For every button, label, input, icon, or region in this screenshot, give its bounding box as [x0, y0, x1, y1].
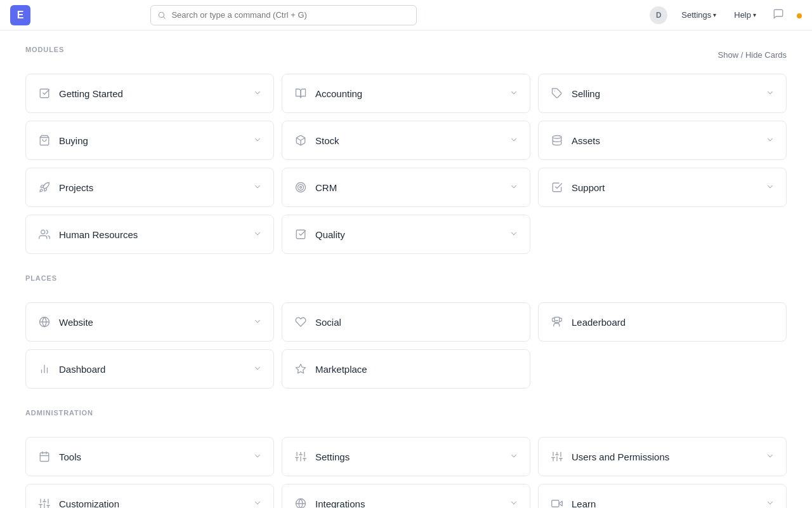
rocket-icon — [37, 182, 51, 193]
section-label-places: PLACES — [25, 274, 57, 282]
card-left-integrations: Integrations — [294, 498, 365, 508]
card-crm[interactable]: CRM — [282, 168, 530, 207]
book-icon — [294, 88, 308, 99]
card-left-assets: Assets — [550, 135, 600, 146]
card-label-human-resources: Human Resources — [59, 229, 138, 240]
card-left-dashboard: Dashboard — [37, 363, 105, 375]
svg-rect-11 — [296, 230, 305, 239]
globe-icon — [37, 316, 51, 328]
section-administration: ADMINISTRATIONToolsSettingsUsers and Per… — [25, 409, 787, 508]
svg-point-9 — [300, 187, 302, 189]
svg-rect-14 — [554, 318, 560, 323]
card-label-buying: Buying — [59, 135, 88, 146]
card-left-customization: Customization — [37, 498, 119, 508]
section-label-modules: MODULES — [25, 46, 64, 53]
card-tools[interactable]: Tools — [25, 437, 274, 476]
search-bar[interactable] — [150, 5, 417, 25]
chevron-down-icon-settings — [509, 451, 518, 462]
section-label-administration: ADMINISTRATION — [25, 409, 93, 417]
check-circle-icon — [550, 182, 564, 193]
section-modules: MODULESShow / Hide CardsGetting StartedA… — [25, 46, 787, 254]
check-square-icon — [37, 88, 51, 99]
chevron-down-icon-stock — [509, 135, 518, 146]
chevron-down-icon-website — [253, 317, 262, 328]
chevron-down-icon-tools — [253, 451, 262, 462]
card-integrations[interactable]: Integrations — [282, 484, 530, 508]
chevron-down-icon-integrations — [509, 498, 518, 509]
card-label-website: Website — [59, 317, 93, 328]
chevron-down-icon-accounting — [509, 88, 518, 99]
card-marketplace[interactable]: Marketplace — [282, 349, 530, 389]
card-label-learn: Learn — [572, 498, 596, 509]
show-hide-cards-link[interactable]: Show / Hide Cards — [718, 50, 787, 60]
avatar: D — [650, 6, 667, 24]
card-left-learn: Learn — [550, 498, 596, 508]
card-left-users-permissions: Users and Permissions — [550, 451, 669, 462]
card-label-assets: Assets — [572, 135, 600, 146]
card-leaderboard[interactable]: Leaderboard — [538, 302, 787, 342]
chevron-down-icon-customization — [253, 498, 262, 509]
card-left-marketplace: Marketplace — [294, 363, 367, 375]
chevron-down-icon-buying — [253, 135, 262, 146]
grid-places: WebsiteSocialLeaderboardDashboardMarketp… — [25, 302, 787, 389]
grid-administration: ToolsSettingsUsers and PermissionsCustom… — [25, 437, 787, 508]
chat-icon-button[interactable] — [770, 6, 787, 25]
svg-marker-52 — [559, 501, 562, 506]
card-buying[interactable]: Buying — [25, 121, 274, 160]
main-content: MODULESShow / Hide CardsGetting StartedA… — [0, 30, 812, 508]
card-customization[interactable]: Customization — [25, 484, 274, 508]
card-label-settings: Settings — [315, 451, 350, 462]
svg-point-6 — [553, 136, 561, 139]
card-label-leaderboard: Leaderboard — [572, 317, 625, 328]
svg-rect-2 — [40, 89, 49, 98]
card-left-tools: Tools — [37, 451, 81, 462]
help-button[interactable]: Help ▾ — [730, 8, 760, 22]
app-logo: E — [10, 5, 30, 25]
card-left-getting-started: Getting Started — [37, 88, 123, 99]
card-quality[interactable]: Quality — [282, 215, 530, 254]
card-selling[interactable]: Selling — [538, 74, 787, 113]
card-assets[interactable]: Assets — [538, 121, 787, 160]
trophy-icon — [550, 316, 564, 328]
card-learn[interactable]: Learn — [538, 484, 787, 508]
card-label-crm: CRM — [315, 182, 337, 193]
card-label-dashboard: Dashboard — [59, 364, 105, 375]
card-left-selling: Selling — [550, 88, 600, 99]
svg-point-8 — [298, 185, 304, 190]
card-projects[interactable]: Projects — [25, 168, 274, 207]
card-label-users-permissions: Users and Permissions — [572, 451, 669, 462]
card-label-projects: Projects — [59, 182, 93, 193]
card-left-settings: Settings — [294, 451, 350, 462]
card-human-resources[interactable]: Human Resources — [25, 215, 274, 254]
card-stock[interactable]: Stock — [282, 121, 530, 160]
chevron-down-icon-human-resources — [253, 229, 262, 240]
section-places: PLACESWebsiteSocialLeaderboardDashboardM… — [25, 274, 787, 389]
settings-button[interactable]: Settings ▾ — [678, 8, 720, 22]
card-dashboard[interactable]: Dashboard — [25, 349, 274, 389]
card-settings[interactable]: Settings — [282, 437, 530, 476]
card-label-customization: Customization — [59, 498, 119, 509]
card-label-accounting: Accounting — [315, 88, 362, 99]
chevron-down-icon-quality — [509, 229, 518, 240]
card-left-social: Social — [294, 316, 341, 328]
card-label-stock: Stock — [315, 135, 339, 146]
card-support[interactable]: Support — [538, 168, 787, 207]
card-getting-started[interactable]: Getting Started — [25, 74, 274, 113]
chevron-down-icon-learn — [766, 498, 775, 509]
card-left-crm: CRM — [294, 182, 337, 193]
chevron-down-icon-getting-started — [253, 88, 262, 99]
card-social[interactable]: Social — [282, 302, 530, 342]
star-icon — [294, 363, 308, 375]
section-header-modules: MODULESShow / Hide Cards — [25, 46, 787, 64]
svg-point-10 — [41, 230, 45, 234]
card-label-support: Support — [572, 182, 605, 193]
card-left-leaderboard: Leaderboard — [550, 316, 625, 328]
chevron-down-icon-support — [766, 182, 775, 193]
search-input[interactable] — [171, 10, 410, 20]
card-left-buying: Buying — [37, 135, 88, 146]
card-website[interactable]: Website — [25, 302, 274, 342]
card-accounting[interactable]: Accounting — [282, 74, 530, 113]
target-icon — [294, 182, 308, 193]
card-users-permissions[interactable]: Users and Permissions — [538, 437, 787, 476]
section-header-places: PLACES — [25, 274, 787, 292]
